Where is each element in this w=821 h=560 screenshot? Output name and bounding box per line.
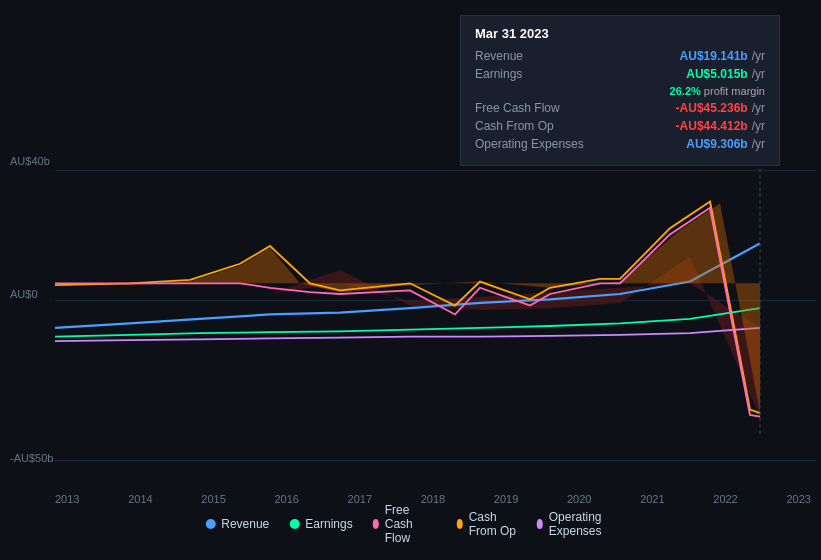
tooltip-date: Mar 31 2023 [475, 26, 765, 41]
revenue-label: Revenue [475, 49, 595, 63]
legend-revenue-dot [205, 519, 215, 529]
fcf-label: Free Cash Flow [475, 101, 595, 115]
legend-cashfromop-label: Cash From Op [469, 510, 517, 538]
legend-cashfromop-dot [457, 519, 463, 529]
legend-opex: Operating Expenses [537, 510, 616, 538]
x-label-2014: 2014 [128, 493, 152, 505]
chart-container: Mar 31 2023 Revenue AU$19.141b /yr Earni… [0, 0, 821, 560]
chart-legend: Revenue Earnings Free Cash Flow Cash Fro… [205, 503, 616, 545]
legend-revenue: Revenue [205, 517, 269, 531]
revenue-suffix: /yr [752, 49, 765, 63]
profit-margin-value: 26.2% [670, 85, 701, 97]
legend-fcf-label: Free Cash Flow [385, 503, 437, 545]
opex-label: Operating Expenses [475, 137, 595, 151]
info-tooltip: Mar 31 2023 Revenue AU$19.141b /yr Earni… [460, 15, 780, 166]
opex-row: Operating Expenses AU$9.306b /yr [475, 137, 765, 151]
opex-value: AU$9.306b [686, 137, 747, 151]
revenue-row: Revenue AU$19.141b /yr [475, 49, 765, 63]
legend-fcf-dot [373, 519, 379, 529]
x-label-2013: 2013 [55, 493, 79, 505]
legend-earnings: Earnings [289, 517, 352, 531]
x-label-2021: 2021 [640, 493, 664, 505]
legend-cashfromop: Cash From Op [457, 510, 517, 538]
chart-svg [0, 150, 821, 470]
profit-margin-row: 26.2% profit margin [475, 85, 765, 97]
fcf-value: -AU$45.236b [676, 101, 748, 115]
cashfromop-suffix: /yr [752, 119, 765, 133]
legend-fcf: Free Cash Flow [373, 503, 437, 545]
legend-opex-dot [537, 519, 543, 529]
legend-opex-label: Operating Expenses [549, 510, 616, 538]
legend-earnings-label: Earnings [305, 517, 352, 531]
profit-margin-label: 26.2% profit margin [670, 85, 765, 97]
opex-suffix: /yr [752, 137, 765, 151]
fcf-suffix: /yr [752, 101, 765, 115]
cashfromop-value: -AU$44.412b [676, 119, 748, 133]
legend-earnings-dot [289, 519, 299, 529]
svg-rect-0 [55, 150, 815, 434]
fcf-row: Free Cash Flow -AU$45.236b /yr [475, 101, 765, 115]
cashfromop-row: Cash From Op -AU$44.412b /yr [475, 119, 765, 133]
cashfromop-label: Cash From Op [475, 119, 595, 133]
legend-revenue-label: Revenue [221, 517, 269, 531]
earnings-row: Earnings AU$5.015b /yr [475, 67, 765, 81]
x-label-2022: 2022 [713, 493, 737, 505]
revenue-value: AU$19.141b [680, 49, 748, 63]
earnings-value: AU$5.015b [686, 67, 747, 81]
x-label-2023: 2023 [786, 493, 810, 505]
earnings-suffix: /yr [752, 67, 765, 81]
earnings-label: Earnings [475, 67, 595, 81]
